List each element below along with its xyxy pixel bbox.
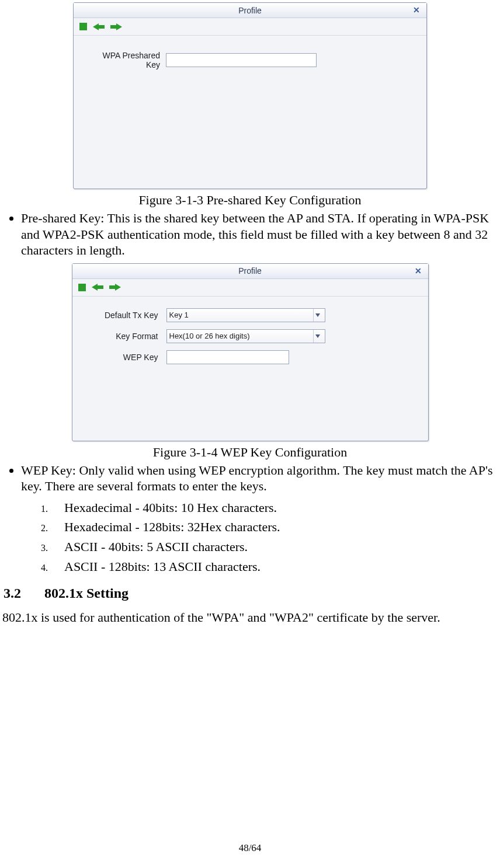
page-number: 48/64 <box>0 842 500 854</box>
svg-marker-3 <box>109 284 121 291</box>
list-number: 4. <box>41 562 64 574</box>
wpa-preshared-label: WPA Preshared Key <box>86 51 166 69</box>
chevron-down-icon <box>313 309 322 322</box>
list-text: ASCII - 128bits: 13 ASCII characters. <box>64 558 261 576</box>
dialog-titlebar: Profile ✕ <box>72 264 428 279</box>
bullet-pre-shared-key: Pre-shared Key: This is the shared key b… <box>21 210 498 259</box>
wpa-preshared-input[interactable] <box>166 53 317 67</box>
svg-marker-2 <box>92 284 103 291</box>
dialog-titlebar: Profile ✕ <box>74 3 426 18</box>
figure-caption-2: Figure 3-1-4 WEP Key Configuration <box>2 445 498 460</box>
forward-arrow-icon[interactable] <box>110 23 122 31</box>
chevron-down-icon <box>313 330 322 343</box>
key-format-value: Hex(10 or 26 hex digits) <box>169 332 250 340</box>
list-item: 1.Hexadecimal - 40bits: 10 Hex character… <box>41 499 498 517</box>
section-number: 3.2 <box>4 585 44 601</box>
default-tx-value: Key 1 <box>169 311 189 319</box>
dialog-body: WPA Preshared Key <box>74 36 426 69</box>
list-number: 3. <box>41 542 64 555</box>
forward-arrow-icon[interactable] <box>109 283 121 291</box>
svg-marker-0 <box>93 23 105 30</box>
list-number: 2. <box>41 522 64 535</box>
wpa-preshared-row: WPA Preshared Key <box>86 51 414 69</box>
list-item: 2.Hexadecimal - 128bits: 32Hex character… <box>41 518 498 536</box>
dialog-toolbar <box>74 18 426 36</box>
close-icon[interactable]: ✕ <box>411 5 422 15</box>
key-format-select[interactable]: Hex(10 or 26 hex digits) <box>166 329 325 343</box>
default-tx-row: Default Tx Key Key 1 <box>88 308 415 322</box>
profile-dialog-2: Profile ✕ Default Tx Key Key 1 <box>72 263 429 441</box>
wep-key-label: WEP Key <box>88 353 166 362</box>
profile-dialog-1: Profile ✕ WPA Preshared Key <box>73 2 427 189</box>
default-tx-select[interactable]: Key 1 <box>166 308 325 322</box>
list-text: ASCII - 40bits: 5 ASCII characters. <box>64 538 248 556</box>
close-icon[interactable]: ✕ <box>413 266 423 276</box>
default-tx-label: Default Tx Key <box>88 311 166 320</box>
key-format-label: Key Format <box>88 332 166 341</box>
list-text: Hexadecimal - 40bits: 10 Hex characters. <box>64 499 277 517</box>
list-number: 1. <box>41 503 64 515</box>
section-heading: 3.2 802.1x Setting <box>4 585 498 601</box>
back-arrow-icon[interactable] <box>92 283 103 291</box>
list-item: 4.ASCII - 128bits: 13 ASCII characters. <box>41 558 498 576</box>
dialog-title: Profile <box>238 266 262 276</box>
key-format-row: Key Format Hex(10 or 26 hex digits) <box>88 329 415 343</box>
wep-key-row: WEP Key <box>88 350 415 364</box>
svg-marker-4 <box>315 313 320 317</box>
dialog-toolbar <box>72 279 428 297</box>
list-text: Hexadecimal - 128bits: 32Hex characters. <box>64 518 280 536</box>
dialog-body: Default Tx Key Key 1 Key Format Hex(10 o… <box>72 297 428 364</box>
section-paragraph: 802.1x is used for authentication of the… <box>2 609 495 626</box>
svg-marker-5 <box>315 334 320 338</box>
svg-marker-1 <box>110 23 122 30</box>
bullet-wep-key: WEP Key: Only valid when using WEP encry… <box>21 462 498 494</box>
section-title: 802.1x Setting <box>44 585 129 601</box>
stop-icon[interactable] <box>78 284 86 291</box>
figure-caption-1: Figure 3-1-3 Pre-shared Key Configuratio… <box>2 193 498 208</box>
stop-icon[interactable] <box>79 23 87 30</box>
wep-key-input[interactable] <box>166 350 289 364</box>
list-item: 3.ASCII - 40bits: 5 ASCII characters. <box>41 538 498 556</box>
dialog-title: Profile <box>238 6 262 15</box>
back-arrow-icon[interactable] <box>93 23 105 31</box>
wep-formats-list: 1.Hexadecimal - 40bits: 10 Hex character… <box>2 499 498 576</box>
